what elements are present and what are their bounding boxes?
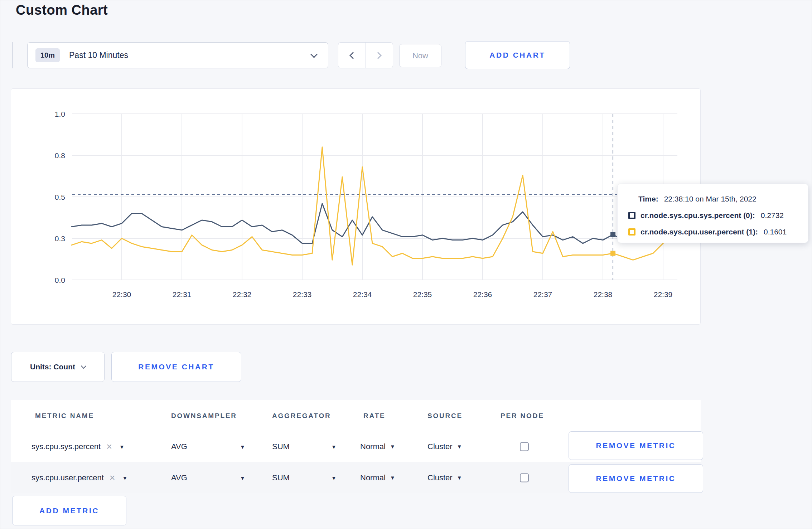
units-select[interactable]: Units: Count [11,352,105,382]
series-1-swatch-icon [628,228,635,236]
close-icon[interactable]: × [106,442,112,451]
tooltip-time-value: 22:38:10 on Mar 15th, 2022 [664,195,757,203]
crosshair-marker-1 [610,251,615,256]
now-button[interactable]: Now [399,44,441,67]
header-aggregator: AGGREGATOR [272,412,331,420]
header-metric-name: METRIC NAME [35,412,94,420]
caret-down-icon: ▼ [457,443,462,450]
x-tick-label: 22:33 [293,290,312,299]
x-tick-label: 22:31 [173,290,192,299]
tooltip-series-0-label: cr.node.sys.cpu.sys.percent (0): [641,211,755,220]
rate-value: Normal [360,473,386,482]
chevron-right-icon [374,52,382,59]
downsampler-select[interactable]: AVG [171,473,187,482]
add-chart-button[interactable]: ADD CHART [465,41,570,69]
remove-metric-button[interactable]: REMOVE METRIC [569,464,703,493]
downsampler-select[interactable]: AVG [171,442,187,451]
y-tick-label: 0.0 [55,276,65,284]
time-range-badge: 10m [35,48,60,62]
prev-window-button[interactable] [338,43,366,68]
chevron-down-icon [81,363,87,369]
per-node-checkbox[interactable] [520,473,529,482]
series-0-swatch-icon [628,212,635,219]
header-rate: RATE [363,412,386,420]
caret-down-icon[interactable]: ▼ [331,443,337,450]
chevron-left-icon [349,52,357,59]
metrics-table-header: METRIC NAME DOWNSAMPLER AGGREGATOR RATE … [11,400,701,431]
tooltip-series-1-label: cr.node.sys.cpu.user.percent (1): [641,228,758,236]
time-window-nav [338,42,393,68]
page-title: Custom Chart [16,3,108,18]
aggregator-select[interactable]: SUM [272,442,290,451]
time-range-select[interactable]: 10m Past 10 Minutes [27,42,328,68]
caret-down-icon: ▼ [122,475,128,481]
tooltip-series-0-value: 0.2732 [761,211,784,220]
metric-row: sys.cpu.user.percent × ▼ AVG ▼ SUM ▼ Nor… [11,462,701,493]
chevron-down-icon [310,51,318,58]
remove-chart-button[interactable]: REMOVE CHART [111,352,241,382]
series-line-1 [72,147,673,265]
caret-down-icon[interactable]: ▼ [331,475,337,481]
tooltip-series-1-value: 0.1601 [764,228,787,236]
metrics-table: METRIC NAME DOWNSAMPLER AGGREGATOR RATE … [11,400,701,493]
per-node-checkbox[interactable] [520,442,529,451]
aggregator-value: SUM [272,473,290,482]
metric-name-select[interactable]: sys.cpu.sys.percent × ▼ [32,442,125,451]
caret-down-icon: ▼ [390,475,395,481]
source-select[interactable]: Cluster ▼ [427,442,462,451]
y-tick-label: 0.8 [55,151,65,160]
chart-card: 0.00.30.50.81.022:3022:3122:3222:3322:34… [11,88,701,325]
tooltip-series-row: cr.node.sys.cpu.sys.percent (0): 0.2732 [628,208,808,223]
metric-name-value: sys.cpu.user.percent [32,473,104,482]
y-tick-label: 0.3 [55,234,65,243]
aggregator-value: SUM [272,442,290,451]
caret-down-icon: ▼ [119,443,125,450]
rate-value: Normal [360,442,386,451]
remove-metric-button[interactable]: REMOVE METRIC [569,431,703,460]
caret-down-icon[interactable]: ▼ [240,475,245,481]
units-select-label: Units: Count [30,363,75,371]
x-tick-label: 22:30 [112,290,131,299]
rate-select[interactable]: Normal ▼ [360,442,395,451]
close-icon[interactable]: × [110,473,115,482]
x-tick-label: 22:39 [654,290,673,299]
caret-down-icon: ▼ [390,443,395,450]
tooltip-series-row: cr.node.sys.cpu.user.percent (1): 0.1601 [628,225,808,239]
time-series-chart[interactable]: 0.00.30.50.81.022:3022:3122:3222:3322:34… [11,89,701,325]
tooltip-time-row: Time: 22:38:10 on Mar 15th, 2022 [628,192,808,206]
aggregator-select[interactable]: SUM [272,473,290,482]
chart-tooltip: Time: 22:38:10 on Mar 15th, 2022 cr.node… [617,184,808,243]
crosshair-marker-0 [610,232,615,237]
tooltip-time-label: Time: [638,195,658,203]
x-tick-label: 22:35 [413,290,432,299]
source-value: Cluster [427,442,453,451]
x-tick-label: 22:34 [353,290,372,299]
downsampler-value: AVG [171,442,187,451]
source-value: Cluster [427,473,453,482]
downsampler-value: AVG [171,473,187,482]
x-tick-label: 22:36 [473,290,492,299]
header-per-node: PER NODE [501,412,544,420]
metric-name-select[interactable]: sys.cpu.user.percent × ▼ [32,473,127,482]
time-range-label: Past 10 Minutes [69,50,128,60]
x-tick-label: 22:37 [533,290,552,299]
header-downsampler: DOWNSAMPLER [171,412,237,420]
source-select[interactable]: Cluster ▼ [427,473,462,482]
metric-name-value: sys.cpu.sys.percent [32,442,101,451]
caret-down-icon[interactable]: ▼ [240,443,245,450]
x-tick-label: 22:38 [594,290,613,299]
metric-row: sys.cpu.sys.percent × ▼ AVG ▼ SUM ▼ Norm… [11,431,701,462]
add-metric-button[interactable]: ADD METRIC [12,496,126,525]
caret-down-icon: ▼ [457,475,462,481]
y-tick-label: 0.5 [55,193,65,201]
next-window-button[interactable] [366,43,393,68]
custom-chart-page: Custom Chart 10m Past 10 Minutes Now ADD… [0,0,812,529]
header-source: SOURCE [427,412,463,420]
rate-select[interactable]: Normal ▼ [360,473,395,482]
series-line-0 [72,204,673,243]
x-tick-label: 22:32 [233,290,252,299]
y-tick-label: 1.0 [55,110,65,118]
toolbar-divider [12,42,13,68]
